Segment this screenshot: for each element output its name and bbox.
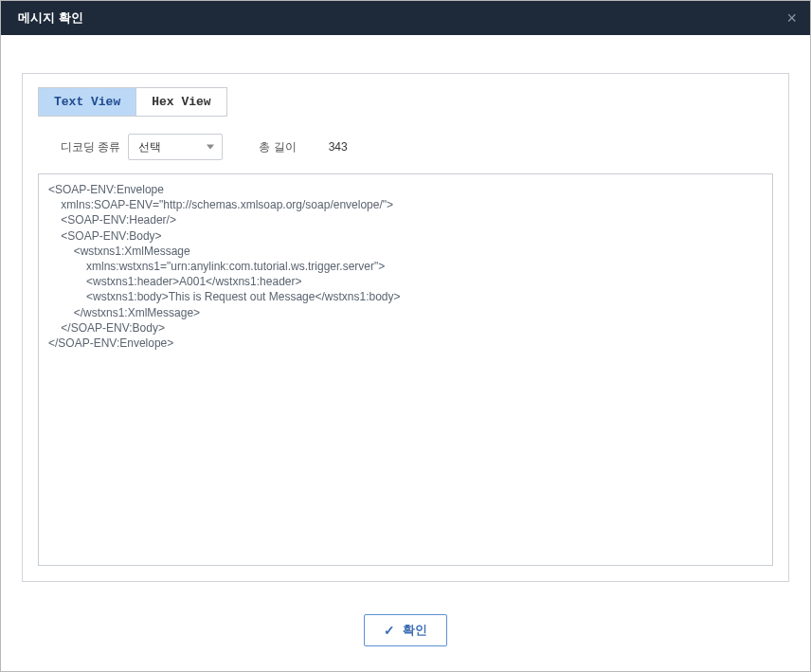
tab-text-view-label: Text View — [54, 95, 120, 109]
dialog-title: 메시지 확인 — [18, 9, 83, 27]
total-length-label: 총 길이 — [259, 139, 296, 155]
tab-text-view[interactable]: Text View — [38, 87, 136, 117]
dialog-footer: ✓ 확인 — [1, 601, 810, 671]
message-content[interactable]: <SOAP-ENV:Envelope xmlns:SOAP-ENV="http:… — [38, 173, 773, 566]
total-length-value: 343 — [329, 140, 348, 154]
content-panel: Text View Hex View 디코딩 종류 선택 총 길이 343 <S… — [22, 73, 789, 582]
chevron-down-icon — [207, 145, 214, 150]
tab-bar: Text View Hex View — [38, 87, 773, 117]
close-icon[interactable]: × — [786, 9, 797, 27]
controls-row: 디코딩 종류 선택 총 길이 343 — [38, 134, 773, 160]
tab-hex-view[interactable]: Hex View — [136, 87, 226, 117]
decoding-type-select[interactable]: 선택 — [128, 134, 223, 160]
dialog-body: Text View Hex View 디코딩 종류 선택 총 길이 343 <S… — [1, 35, 810, 601]
decoding-type-label: 디코딩 종류 — [61, 139, 120, 155]
tab-hex-view-label: Hex View — [152, 95, 210, 109]
dialog-header: 메시지 확인 × — [1, 1, 810, 35]
confirm-button[interactable]: ✓ 확인 — [364, 614, 447, 646]
message-dialog: 메시지 확인 × Text View Hex View 디코딩 종류 선택 총 … — [0, 0, 811, 672]
check-icon: ✓ — [384, 623, 395, 638]
confirm-button-label: 확인 — [403, 622, 427, 639]
decoding-type-value: 선택 — [138, 139, 161, 155]
